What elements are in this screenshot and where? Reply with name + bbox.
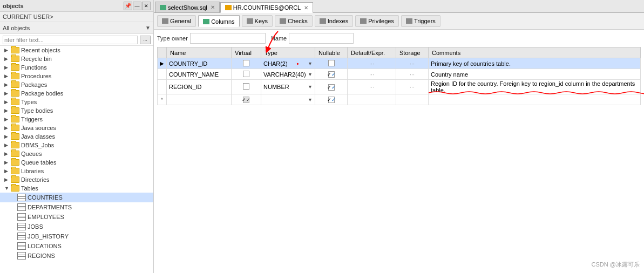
- tree-item-type-bodies[interactable]: ▶ Type bodies: [0, 106, 153, 115]
- tree-arrow: ▼: [4, 186, 11, 191]
- toolbar-tab-keys[interactable]: Keys: [242, 15, 273, 27]
- virtual-checkbox[interactable]: [243, 83, 249, 90]
- tab-selectshow[interactable]: selectShow.sql ✕: [155, 2, 220, 12]
- nullable-checkbox-new[interactable]: ✓: [328, 97, 335, 103]
- nullable-checkbox[interactable]: ✓: [328, 71, 335, 78]
- cell-virtual[interactable]: [232, 69, 261, 80]
- pin-button[interactable]: 📌: [124, 2, 132, 10]
- name-input[interactable]: [289, 33, 354, 44]
- filter-bar: ···: [0, 34, 153, 46]
- toolbar-tab-privileges[interactable]: Privileges: [355, 15, 399, 27]
- toolbar-tab-triggers[interactable]: Triggers: [401, 15, 440, 27]
- tree-item-package-bodies[interactable]: ▶ Package bodies: [0, 89, 153, 98]
- filter-more-button[interactable]: ···: [140, 36, 151, 44]
- tree-arrow: ▶: [4, 56, 11, 62]
- virtual-checkbox[interactable]: [243, 71, 249, 77]
- tree-item-countries[interactable]: COUNTRIES: [0, 193, 153, 202]
- tree-item-locations[interactable]: LOCATIONS: [0, 241, 153, 251]
- toolbar-tab-columns[interactable]: Columns: [198, 15, 239, 27]
- scope-bar[interactable]: All objects ▼: [0, 22, 153, 34]
- cell-virtual-new[interactable]: ✓: [232, 94, 261, 105]
- toolbar-tabs: General Columns Keys Checks Indexes Priv…: [154, 13, 644, 30]
- filter-input[interactable]: [3, 36, 138, 44]
- tree-item-employees[interactable]: EMPLOYEES: [0, 212, 153, 222]
- col-header-type: Type: [261, 47, 315, 58]
- cell-comments-new: [429, 94, 641, 105]
- tree-arrow: ▶: [4, 99, 11, 105]
- type-dropdown[interactable]: ▼: [308, 61, 313, 66]
- cell-nullable-new[interactable]: ✓: [315, 94, 348, 105]
- table-row: ▶ COUNTRY_ID CHAR(2) • ▼ ··· ···: [158, 58, 641, 69]
- nullable-checkbox[interactable]: [328, 60, 335, 66]
- tree-item-tables[interactable]: ▼ Tables: [0, 184, 153, 193]
- tree-item-queues[interactable]: ▶ Queues: [0, 149, 153, 158]
- cell-nullable[interactable]: ✓: [315, 80, 348, 94]
- tree-item-types[interactable]: ▶ Types: [0, 98, 153, 106]
- tab-close-button[interactable]: ✕: [211, 4, 215, 10]
- col-header-nullable: Nullable: [315, 47, 348, 58]
- nullable-checkbox[interactable]: ✓: [328, 84, 335, 91]
- keys-icon: [247, 18, 253, 24]
- toolbar-tab-label: Indexes: [328, 18, 349, 24]
- tree-arrow: ▶: [4, 177, 11, 182]
- cell-name[interactable]: REGION_ID: [167, 80, 232, 94]
- cell-nullable[interactable]: [315, 58, 348, 69]
- tree-arrow: ▶: [4, 142, 11, 148]
- tree-item-packages[interactable]: ▶ Packages: [0, 80, 153, 89]
- tree-item-job-history[interactable]: JOB_HISTORY: [0, 231, 153, 241]
- cell-virtual[interactable]: [232, 80, 261, 94]
- minimize-button[interactable]: —: [133, 2, 141, 10]
- tree-item-dbms-jobs[interactable]: ▶ DBMS_Jobs: [0, 141, 153, 149]
- tree-item-jobs[interactable]: JOBS: [0, 222, 153, 231]
- tree-item-java-classes[interactable]: ▶ Java classes: [0, 132, 153, 141]
- virtual-checkbox[interactable]: [243, 60, 249, 66]
- tab-close-button[interactable]: ✕: [304, 5, 308, 11]
- cell-name[interactable]: COUNTRY_NAME: [167, 69, 232, 80]
- tree-label: Java sources: [21, 125, 56, 131]
- cell-name[interactable]: COUNTRY_ID: [167, 58, 232, 69]
- toolbar-tab-indexes[interactable]: Indexes: [315, 15, 354, 27]
- tree-item-libraries[interactable]: ▶ Libraries: [0, 167, 153, 175]
- comment-text: Region ID for the country. Foreign key t…: [431, 80, 635, 93]
- type-owner-input[interactable]: [190, 33, 266, 44]
- scope-label: All objects: [3, 25, 145, 31]
- tree-arrow: ▶: [4, 117, 11, 122]
- tree-item-triggers[interactable]: ▶ Triggers: [0, 115, 153, 124]
- cell-type[interactable]: CHAR(2) • ▼: [261, 58, 315, 69]
- close-panel-button[interactable]: ✕: [142, 2, 151, 10]
- type-dropdown-new[interactable]: ▼: [308, 97, 313, 103]
- tree-item-recycle[interactable]: ▶ Recycle bin: [0, 54, 153, 63]
- table-icon: [17, 223, 26, 230]
- tree-item-regions[interactable]: REGIONS: [0, 251, 153, 261]
- type-dropdown[interactable]: ▼: [308, 84, 313, 90]
- tree-label: Tables: [21, 185, 38, 192]
- tree-item-functions[interactable]: ▶ Functions: [0, 63, 153, 72]
- row-indicator: [158, 69, 167, 80]
- table-icon: [17, 252, 26, 260]
- cell-default-new: [348, 94, 396, 105]
- tree-item-procedures[interactable]: ▶ Procedures: [0, 72, 153, 80]
- columns-table: Name Virtual Type Nullable Default/Expr.…: [157, 47, 641, 105]
- folder-icon: [11, 116, 19, 122]
- cell-name-new[interactable]: [167, 94, 232, 105]
- tree-item-departments[interactable]: DEPARTMENTS: [0, 202, 153, 212]
- toolbar-tab-general[interactable]: General: [157, 15, 196, 27]
- toolbar-tab-label: Keys: [255, 18, 268, 24]
- tree-item-java-sources[interactable]: ▶ Java sources: [0, 124, 153, 132]
- cell-type[interactable]: NUMBER ▼: [261, 80, 315, 94]
- cell-type[interactable]: VARCHAR2(40) ▼: [261, 69, 315, 80]
- tree-item-queue-tables[interactable]: ▶ Queue tables: [0, 158, 153, 167]
- tree-item-recent[interactable]: ▶ Recent objects: [0, 46, 153, 54]
- cell-nullable[interactable]: ✓: [315, 69, 348, 80]
- cell-type-new[interactable]: ▼: [261, 94, 315, 105]
- type-dropdown[interactable]: ▼: [308, 72, 313, 77]
- tab-hr-countries[interactable]: HR.COUNTRIES@ORCL ✕: [220, 2, 313, 13]
- cell-storage: ···: [396, 80, 429, 94]
- tree-arrow: ▶: [4, 151, 11, 156]
- scope-dropdown-icon[interactable]: ▼: [145, 25, 151, 31]
- tree-item-directories[interactable]: ▶ Directories: [0, 175, 153, 184]
- cell-virtual[interactable]: [232, 58, 261, 69]
- toolbar-tab-checks[interactable]: Checks: [275, 15, 313, 27]
- virtual-checkbox-new[interactable]: ✓: [243, 97, 249, 103]
- type-owner-field: Type owner: [157, 33, 266, 44]
